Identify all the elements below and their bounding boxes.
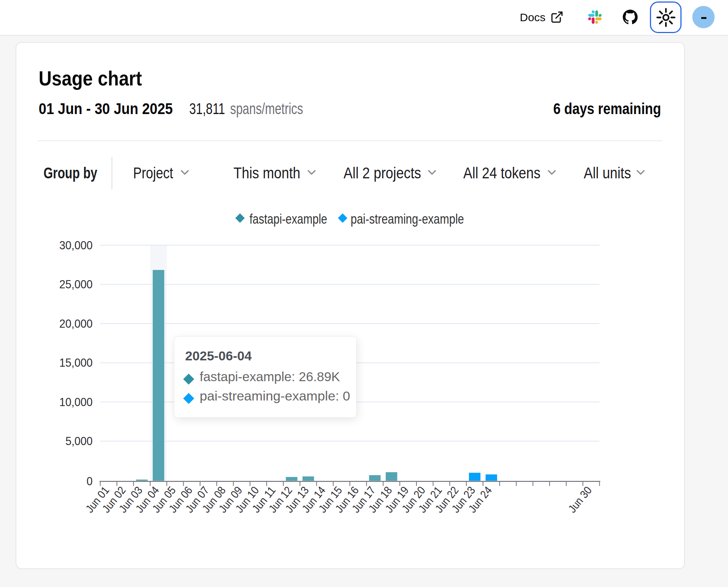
svg-text:0: 0 [87, 474, 93, 488]
svg-text:fastapi-example: fastapi-example [249, 211, 327, 227]
svg-text:5,000: 5,000 [65, 434, 93, 448]
svg-text:pai-streaming-example: pai-streaming-example [351, 211, 464, 227]
svg-text:20,000: 20,000 [59, 317, 93, 330]
svg-text:10,000: 10,000 [59, 395, 93, 409]
svg-text:25,000: 25,000 [59, 278, 93, 291]
svg-text:Jun 30: Jun 30 [566, 484, 594, 515]
svg-text:15,000: 15,000 [59, 356, 93, 369]
svg-text:30,000: 30,000 [59, 239, 93, 252]
